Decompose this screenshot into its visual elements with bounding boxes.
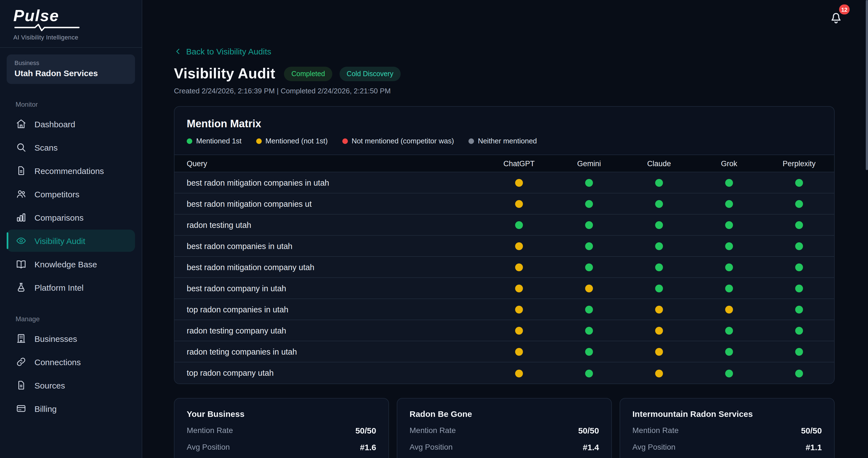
column-header-grok: Grok [694,155,764,172]
business-switcher[interactable]: Business Utah Radon Services [7,55,135,84]
platform-cell [554,278,624,299]
sidebar-item-dashboard[interactable]: Dashboard [7,113,135,135]
table-row: radon testing company utah [175,320,834,341]
table-header-row: QueryChatGPTGeminiClaudeGrokPerplexity [175,155,834,172]
mention-dot-first [725,285,733,293]
pulse-logo-flourish-icon [14,24,80,32]
mention-dot-not-first [515,348,523,356]
platform-cell [554,320,624,341]
query-cell: best radon mitigation companies in utah [175,172,484,193]
title-row: Visibility Audit CompletedCold Discovery [174,65,835,82]
sidebar-item-platform-intel[interactable]: Platform Intel [7,277,135,299]
platform-cell [694,320,764,341]
sidebar-item-businesses[interactable]: Businesses [7,328,135,350]
platform-cell [484,193,554,214]
metric-label: Mention Rate [187,426,233,435]
main-area: 12 Back to Visibility Audits Visibility … [142,0,868,458]
platform-cell [694,299,764,320]
platform-cell [624,341,694,362]
mention-dot-not-first [515,179,523,187]
business-name: Utah Radon Services [14,69,127,78]
notifications-button[interactable]: 12 [826,7,846,27]
sidebar-item-label: Knowledge Base [34,259,97,269]
platform-cell [484,172,554,193]
mention-dot-not-first [655,327,663,335]
query-cell: top radon company utah [175,362,484,383]
table-row: radon teting companies in utah [175,341,834,362]
sidebar-item-recommendations[interactable]: Recommendations [7,160,135,182]
sidebar-item-visibility-audit[interactable]: Visibility Audit [7,230,135,252]
platform-cell [624,320,694,341]
summary-card-your-business: Your BusinessMention Rate50/50Avg Positi… [174,398,389,458]
sidebar-item-label: Scans [34,143,58,152]
platform-cell [764,341,834,362]
column-header-claude: Claude [624,155,694,172]
sidebar-item-label: Platform Intel [34,283,84,293]
platform-cell [624,278,694,299]
metric-value: #1.4 [583,442,599,452]
summary-card-radon-be-gone: Radon Be GoneMention Rate50/50Avg Positi… [397,398,612,458]
home-icon [16,119,27,130]
platform-cell [554,193,624,214]
mention-dot-first [795,221,803,229]
sidebar-item-competitors[interactable]: Competitors [7,183,135,205]
sidebar-nav: MonitorDashboardScansRecommendationsComp… [0,84,142,421]
sidebar-item-knowledge-base[interactable]: Knowledge Base [7,253,135,275]
mention-dot-not-first [515,306,523,314]
sidebar-item-label: Connections [34,357,81,367]
summary-cards-row: Your BusinessMention Rate50/50Avg Positi… [174,398,835,458]
platform-cell [694,256,764,278]
mention-dot-first [655,243,663,250]
platform-cell [764,256,834,278]
scrollbar-thumb[interactable] [866,0,868,170]
mention-dot-first [585,221,593,229]
legend-item: Not mentioned (competitor was) [342,137,454,145]
sidebar-section-label: Manage [16,315,142,323]
mention-dot-not-first [515,369,523,377]
mention-matrix-legend: Mentioned 1stMentioned (not 1st)Not ment… [187,137,822,145]
mention-dot-not-first [655,306,663,314]
platform-cell [484,362,554,383]
sidebar-item-sources[interactable]: Sources [7,374,135,397]
app: Pulse AI Visibility Intelligence Busines… [0,0,868,458]
mention-dot-not-first [515,243,523,250]
sidebar-item-comparisons[interactable]: Comparisons [7,207,135,229]
table-row: radon testing utah [175,214,834,235]
mention-dot-not-first [515,327,523,335]
mention-dot-first [725,369,733,377]
mention-dot-not-first [655,369,663,377]
platform-cell [764,320,834,341]
eye-icon [16,235,27,246]
mention-dot-not-first [585,285,593,293]
mention-dot-first [725,221,733,229]
platform-cell [694,214,764,235]
platform-cell [484,278,554,299]
sidebar-item-label: Competitors [34,189,80,199]
platform-cell [694,193,764,214]
metric-row: Mention Rate50/50 [632,426,822,435]
mention-dot-first [795,285,803,293]
back-link[interactable]: Back to Visibility Audits [174,47,271,56]
sidebar-item-connections[interactable]: Connections [7,351,135,373]
brand-tagline: AI Visibility Intelligence [13,34,128,41]
query-cell: best radon companies in utah [175,235,484,256]
platform-cell [554,214,624,235]
sidebar: Pulse AI Visibility Intelligence Busines… [0,0,142,458]
platform-cell [554,235,624,256]
sidebar-item-scans[interactable]: Scans [7,136,135,159]
mention-dot-first [585,348,593,356]
query-cell: top radon companies in utah [175,299,484,320]
mention-matrix-panel: Mention Matrix Mentioned 1stMentioned (n… [174,106,835,384]
table-row: best radon mitigation companies in utah [175,172,834,193]
sidebar-item-label: Businesses [34,334,77,343]
platform-cell [484,320,554,341]
mention-dot-first [725,179,733,187]
sidebar-item-label: Recommendations [34,166,104,176]
mention-matrix-title: Mention Matrix [187,118,822,130]
mention-dot-not-first [515,201,523,208]
sidebar-item-billing[interactable]: Billing [7,398,135,420]
platform-cell [764,172,834,193]
metric-label: Avg Position [632,442,676,451]
metric-label: Mention Rate [632,426,679,435]
legend-item: Neither mentioned [468,137,537,145]
